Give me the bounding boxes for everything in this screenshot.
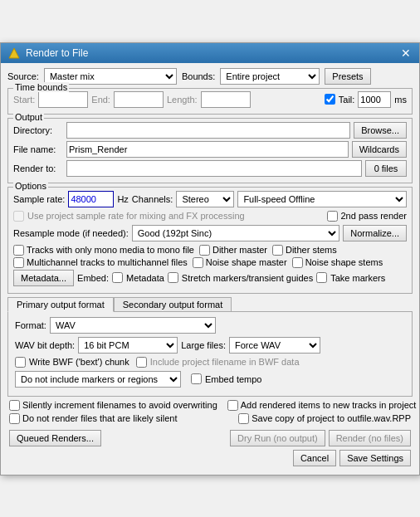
directory-input[interactable] xyxy=(66,122,350,139)
add-rendered-item: Add rendered items to new tracks in proj… xyxy=(227,400,417,411)
save-copy-checkbox[interactable] xyxy=(238,413,249,424)
directory-row: Directory: Browse... xyxy=(13,122,407,139)
embed-tempo-label: Embed tempo xyxy=(205,374,261,384)
format-panel: Format: WAV WAV bit depth: 16 bit PCM La… xyxy=(7,311,413,397)
wildcards-button[interactable]: Wildcards xyxy=(352,141,407,158)
markers-dropdown[interactable]: Do not include markers or regions xyxy=(15,371,181,388)
stretch-markers-label: Stretch markers/transient guides xyxy=(182,273,313,283)
take-markers-checkbox[interactable] xyxy=(316,272,327,283)
browse-button[interactable]: Browse... xyxy=(354,122,407,139)
sample-rate-options-row: Use project sample rate for mixing and F… xyxy=(13,211,407,222)
start-label: Start: xyxy=(13,95,35,105)
length-input[interactable] xyxy=(201,91,251,108)
save-copy-item: Save copy of project to outfile.wav.RPP xyxy=(238,413,411,424)
do-not-render-item: Do not render files that are likely sile… xyxy=(9,413,177,424)
embed-tempo-checkbox[interactable] xyxy=(191,373,202,384)
render-to-file-window: Render to File ✕ Source: Master mix Boun… xyxy=(0,42,420,476)
save-settings-button[interactable]: Save Settings xyxy=(339,450,411,466)
dither-master-checkbox[interactable] xyxy=(199,245,210,256)
filename-label: File name: xyxy=(13,144,63,154)
channels-select[interactable]: Stereo xyxy=(176,191,234,207)
resample-label: Resample mode (if needed): xyxy=(13,228,129,238)
checks-row-2: Multichannel tracks to multichannel file… xyxy=(13,257,407,268)
bottom-checks-row2: Do not render files that are likely sile… xyxy=(7,413,413,424)
format-label: Format: xyxy=(15,320,46,330)
resample-select[interactable]: Good (192pt Sinc) xyxy=(132,225,340,241)
checks-row-1: Tracks with only mono media to mono file… xyxy=(13,245,407,256)
add-rendered-checkbox[interactable] xyxy=(227,400,238,411)
sample-rate-label: Sample rate: xyxy=(13,194,65,204)
time-bounds-row: Start: End: Length: Tail: ms xyxy=(13,91,407,108)
include-project-filename-checkbox[interactable] xyxy=(136,357,147,368)
options-group: Options Sample rate: Hz Channels: Stereo… xyxy=(7,187,413,294)
take-markers-label: Take markers xyxy=(330,273,385,283)
filename-input[interactable] xyxy=(66,141,349,158)
second-pass-checkbox[interactable] xyxy=(327,211,338,222)
bounds-select[interactable]: Entire project xyxy=(220,68,320,85)
tab-primary[interactable]: Primary output format xyxy=(7,297,114,312)
metadata-button[interactable]: Metadata... xyxy=(13,270,74,286)
start-input[interactable] xyxy=(38,91,88,108)
large-files-select[interactable]: Force WAV xyxy=(229,337,320,354)
bottom-checks-row1: Silently increment filenames to avoid ov… xyxy=(7,400,413,411)
write-bwf-checkbox[interactable] xyxy=(15,357,26,368)
tail-checkbox[interactable] xyxy=(325,94,335,105)
files-count-button[interactable]: 0 files xyxy=(365,160,407,177)
normalize-button[interactable]: Normalize... xyxy=(343,225,407,241)
source-label: Source: xyxy=(7,71,39,81)
sample-rate-row: Sample rate: Hz Channels: Stereo Full-sp… xyxy=(13,191,407,207)
silently-increment-checkbox[interactable] xyxy=(9,400,20,411)
ms-label: ms xyxy=(394,95,407,105)
app-icon xyxy=(7,46,21,60)
use-project-sample-rate-checkbox[interactable] xyxy=(13,211,24,222)
output-title: Output xyxy=(13,112,44,122)
output-format-tabs: Primary output format Secondary output f… xyxy=(7,297,413,311)
presets-button[interactable]: Presets xyxy=(325,68,370,85)
cancel-button[interactable]: Cancel xyxy=(293,450,336,466)
dry-run-button[interactable]: Dry Run (no output) xyxy=(230,430,325,446)
queued-renders-button[interactable]: Queued Renders... xyxy=(9,430,101,446)
noise-shape-master-checkbox[interactable] xyxy=(193,257,203,268)
noise-shape-master-label: Noise shape master xyxy=(206,257,287,267)
hz-label: Hz xyxy=(117,194,128,204)
multichannel-checkbox[interactable] xyxy=(13,257,24,268)
use-project-sample-rate-label: Use project sample rate for mixing and F… xyxy=(27,211,245,221)
close-button[interactable]: ✕ xyxy=(399,46,413,60)
end-input[interactable] xyxy=(114,91,164,108)
bottom-buttons-row: Queued Renders... Dry Run (no output) Re… xyxy=(7,427,413,448)
save-copy-label: Save copy of project to outfile.wav.RPP xyxy=(252,413,411,423)
tail-input[interactable] xyxy=(358,91,391,108)
final-buttons-row: Cancel Save Settings xyxy=(7,448,413,470)
dither-stems-item: Dither stems xyxy=(272,245,337,256)
speed-select[interactable]: Full-speed Offline xyxy=(237,191,407,207)
options-title: Options xyxy=(13,181,48,191)
end-label: End: xyxy=(91,95,110,105)
tracks-mono-checkbox[interactable] xyxy=(13,245,24,256)
sample-rate-input[interactable] xyxy=(68,191,114,207)
tab-secondary[interactable]: Secondary output format xyxy=(114,297,232,311)
render-no-files-button[interactable]: Render (no files) xyxy=(329,430,411,446)
noise-shape-master-item: Noise shape master xyxy=(193,257,287,268)
tracks-mono-label: Tracks with only mono media to mono file xyxy=(27,245,194,255)
filename-row: File name: Wildcards xyxy=(13,141,407,158)
tracks-mono-item: Tracks with only mono media to mono file xyxy=(13,245,194,256)
do-not-render-checkbox[interactable] xyxy=(9,413,20,424)
noise-shape-stems-checkbox[interactable] xyxy=(292,257,303,268)
bit-depth-select[interactable]: 16 bit PCM xyxy=(78,337,178,354)
titlebar-left: Render to File xyxy=(7,46,88,60)
stretch-markers-checkbox[interactable] xyxy=(168,272,178,283)
multichannel-item: Multichannel tracks to multichannel file… xyxy=(13,257,188,268)
channels-label: Channels: xyxy=(132,194,173,204)
render-to-row: Render to: 0 files xyxy=(13,160,407,177)
dither-stems-checkbox[interactable] xyxy=(272,245,283,256)
metadata-check[interactable] xyxy=(112,272,123,283)
dither-master-item: Dither master xyxy=(199,245,267,256)
format-select[interactable]: WAV xyxy=(50,317,216,334)
dither-master-label: Dither master xyxy=(212,245,267,255)
bit-depth-label: WAV bit depth: xyxy=(15,340,75,350)
tail-label: Tail: xyxy=(339,95,355,105)
write-bwf-label: Write BWF ('bext') chunk xyxy=(29,357,129,367)
large-files-label: Large files: xyxy=(181,340,226,350)
render-to-input[interactable] xyxy=(66,160,362,177)
include-project-filename-label: Include project filename in BWF data xyxy=(150,357,300,367)
